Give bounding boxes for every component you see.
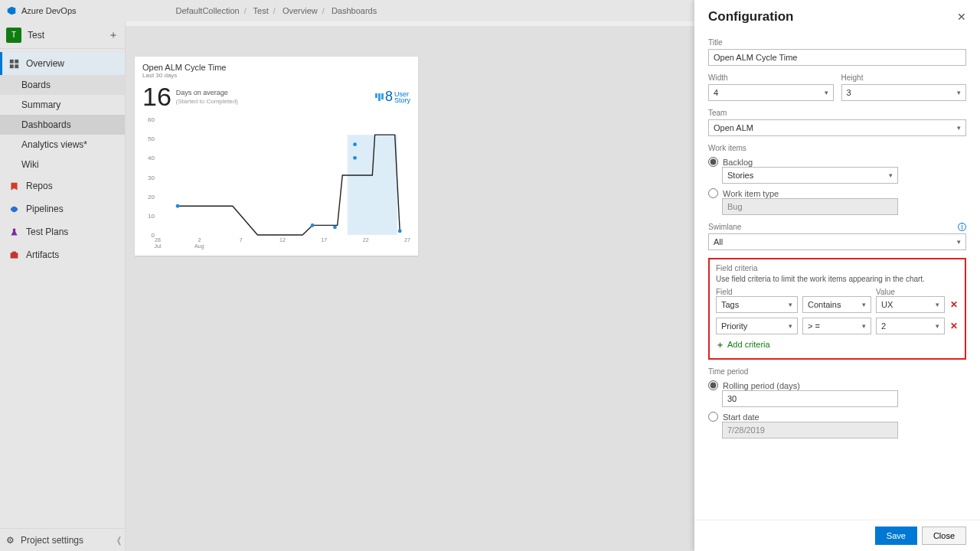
cycle-time-widget[interactable]: Open ALM Cycle Time Last 30 days 16 Days…: [135, 57, 418, 256]
criteria-value-select[interactable]: UX▾: [876, 296, 945, 313]
svg-text:Jul: Jul: [155, 243, 162, 249]
add-criteria-button[interactable]: ＋Add criteria: [716, 339, 959, 350]
chevron-down-icon: ▾: [957, 238, 961, 246]
svg-text:7: 7: [240, 237, 243, 243]
overview-icon: [8, 59, 20, 69]
nav-wiki[interactable]: Wiki: [0, 155, 125, 174]
pipelines-icon: [8, 204, 20, 214]
artifacts-icon: [8, 250, 20, 260]
project-settings[interactable]: ⚙ Project settings 〈〈: [0, 528, 125, 551]
project-row[interactable]: T Test ＋: [0, 21, 125, 49]
svg-rect-7: [12, 251, 16, 253]
svg-text:27: 27: [404, 237, 410, 243]
criteria-value-select[interactable]: 2▾: [876, 318, 945, 334]
svg-point-25: [333, 226, 337, 230]
chevron-down-icon: ▾: [889, 171, 893, 179]
nav-overview[interactable]: Overview: [0, 52, 125, 75]
svg-rect-1: [9, 59, 13, 63]
rolling-days-input[interactable]: [722, 390, 898, 407]
nav-dashboards[interactable]: Dashboards: [0, 115, 125, 135]
svg-text:30: 30: [148, 174, 155, 181]
close-button[interactable]: Close: [922, 527, 966, 545]
team-select[interactable]: Open ALM▾: [708, 119, 966, 136]
add-project-button[interactable]: ＋: [108, 28, 119, 42]
chevron-down-icon: ▾: [957, 124, 961, 132]
nav-boards[interactable]: Boards: [0, 75, 125, 95]
svg-marker-5: [11, 182, 17, 190]
svg-text:22: 22: [363, 237, 369, 243]
brand-label[interactable]: Azure DevOps: [21, 6, 77, 15]
test-plans-icon: [8, 227, 20, 237]
project-tile-icon: T: [6, 28, 21, 43]
svg-point-28: [398, 230, 402, 233]
title-input[interactable]: [708, 49, 966, 66]
kpi-labels: Days on average (Started to Completed): [176, 89, 238, 106]
nav-test-plans[interactable]: Test Plans: [0, 220, 125, 243]
svg-text:10: 10: [148, 213, 155, 220]
kpi-value: 16: [142, 82, 172, 112]
criteria-op-select[interactable]: > =▾: [802, 318, 871, 334]
breadcrumb: DefaultCollection/ Test/ Overview/ Dashb…: [176, 6, 377, 15]
cycle-time-chart: 010203040506028Jul2Aug712172227: [142, 116, 410, 250]
criteria-row: Priority▾ > =▾ 2▾ ✕: [716, 318, 959, 334]
backlog-radio[interactable]: [708, 157, 718, 167]
svg-point-27: [353, 156, 357, 160]
nav-artifacts[interactable]: Artifacts: [0, 243, 125, 266]
svg-rect-2: [15, 59, 18, 63]
nav-repos[interactable]: Repos: [0, 174, 125, 197]
svg-text:2: 2: [198, 237, 201, 243]
svg-text:Aug: Aug: [194, 243, 204, 249]
swimlane-select[interactable]: All▾: [708, 233, 966, 250]
repos-icon: [8, 181, 20, 191]
svg-point-24: [311, 223, 315, 227]
svg-rect-4: [15, 64, 18, 68]
rolling-period-radio[interactable]: [708, 380, 718, 390]
collapse-nav-icon[interactable]: 〈〈: [117, 535, 119, 546]
svg-marker-0: [8, 7, 16, 15]
criteria-field-select[interactable]: Priority▾: [716, 318, 798, 334]
configuration-panel: Configuration ✕ Title Width 4▾ Height 3▾…: [694, 0, 980, 551]
svg-rect-22: [348, 135, 397, 235]
svg-point-26: [353, 142, 357, 146]
gear-icon: ⚙: [6, 535, 15, 546]
project-name: Test: [28, 30, 44, 41]
criteria-row: Tags▾ Contains▾ UX▾ ✕: [716, 296, 959, 313]
info-icon[interactable]: i: [958, 223, 966, 231]
height-select[interactable]: 3▾: [841, 84, 967, 101]
kpi-badge: 8 UserStory: [375, 89, 410, 105]
svg-rect-3: [9, 64, 13, 68]
side-nav: T Test ＋ Overview Boards Summary Dashboa…: [0, 21, 126, 551]
chevron-down-icon: ▾: [825, 89, 828, 96]
criteria-delete-button[interactable]: ✕: [949, 299, 959, 310]
svg-text:17: 17: [321, 237, 327, 243]
widget-title: Open ALM Cycle Time: [142, 63, 410, 72]
svg-text:40: 40: [148, 155, 155, 161]
workitemtype-select: Bug: [722, 198, 898, 215]
svg-text:28: 28: [155, 237, 161, 243]
svg-text:12: 12: [279, 237, 286, 243]
bars-icon: [375, 93, 384, 101]
azure-devops-logo-icon: [6, 5, 17, 16]
criteria-op-select[interactable]: Contains▾: [802, 296, 871, 313]
backlog-select[interactable]: Stories▾: [722, 167, 898, 184]
panel-title: Configuration: [708, 9, 793, 24]
svg-text:50: 50: [148, 135, 155, 142]
svg-text:20: 20: [148, 194, 155, 201]
svg-rect-6: [10, 253, 18, 258]
criteria-field-select[interactable]: Tags▾: [716, 296, 798, 313]
start-date-input: [722, 422, 898, 439]
start-date-radio[interactable]: [708, 412, 718, 422]
svg-text:60: 60: [148, 116, 155, 123]
width-select[interactable]: 4▾: [708, 84, 834, 101]
nav-pipelines[interactable]: Pipelines: [0, 197, 125, 220]
field-criteria-section: Field criteria Use field criteria to lim…: [708, 258, 966, 360]
svg-point-23: [176, 204, 180, 208]
chevron-down-icon: ▾: [957, 89, 961, 96]
widget-subtitle: Last 30 days: [142, 72, 410, 79]
criteria-delete-button[interactable]: ✕: [949, 321, 959, 331]
workitemtype-radio[interactable]: [708, 188, 718, 198]
nav-summary[interactable]: Summary: [0, 95, 125, 115]
save-button[interactable]: Save: [875, 527, 917, 545]
nav-analytics-views[interactable]: Analytics views*: [0, 135, 125, 155]
close-icon[interactable]: ✕: [957, 11, 966, 23]
